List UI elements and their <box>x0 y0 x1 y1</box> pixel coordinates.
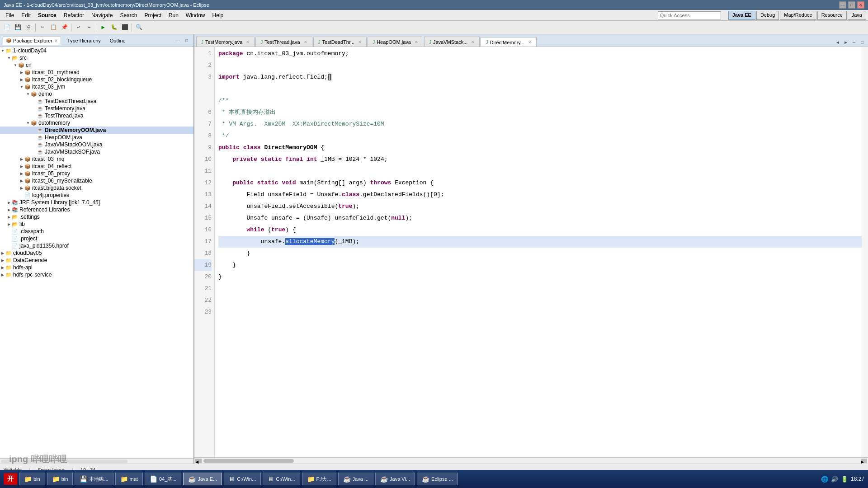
tree-item-itcast02[interactable]: ▶📦itcast_02_blockingqueue <box>0 76 193 83</box>
taskbar-item-fda[interactable]: 📁 F:/大... <box>302 473 336 485</box>
taskbar-item-javavi[interactable]: ☕ Java Vi... <box>375 473 415 485</box>
taskbar-item-eclipse[interactable]: ☕ Eclipse ... <box>417 473 458 485</box>
tree-arrow-cloudday05[interactable]: ▶ <box>0 251 5 255</box>
code-content[interactable]: package cn.itcast_03_jvm.outofmemory; im… <box>215 47 862 457</box>
hscroll-thumb[interactable] <box>203 459 294 463</box>
menu-window[interactable]: Window <box>182 10 209 20</box>
tab-package-explorer[interactable]: 📦 Package Explorer ✕ <box>3 37 61 45</box>
tree-arrow-itcast01[interactable]: ▶ <box>19 70 24 75</box>
tree-item-testthread[interactable]: ☕TestThread.java <box>0 112 193 119</box>
tree-item-testdeadthread[interactable]: ☕TestDeadThread.java <box>0 98 193 105</box>
editor-minimize[interactable]: — <box>850 38 858 47</box>
minimize-button[interactable]: — <box>839 1 846 9</box>
editor-chevron-right[interactable]: ▶ <box>842 38 850 47</box>
tab-close-heapoom[interactable]: ✕ <box>415 40 418 44</box>
menu-file[interactable]: File <box>2 10 18 20</box>
tab-type-hierarchy[interactable]: Type Hierarchy <box>65 37 104 44</box>
tree-item-javavmstacksof[interactable]: ☕JavaVMStackSOF.java <box>0 148 193 155</box>
taskbar-item-java1[interactable]: ☕ Java ... <box>338 473 373 485</box>
tree-item-itcast01[interactable]: ▶📦itcast_01_mythread <box>0 69 193 76</box>
tree-item-reflibs[interactable]: ▶📚Referenced Libraries <box>0 206 193 213</box>
tree-arrow-itcast03mq[interactable]: ▶ <box>19 157 24 161</box>
editor-maximize[interactable]: □ <box>858 38 866 47</box>
taskbar-item-win1[interactable]: 🖥 C:/Win... <box>224 473 261 485</box>
tab-javavmstack[interactable]: J JavaVMStack... ✕ <box>424 37 480 47</box>
tab-heapoom[interactable]: J HeapOOM.java ✕ <box>368 37 423 47</box>
menu-help[interactable]: Help <box>209 10 227 20</box>
tree-item-settings[interactable]: ▶📂.settings <box>0 213 193 221</box>
toolbar-save[interactable]: 💾 <box>13 23 23 33</box>
toolbar-print[interactable]: 🖨 <box>24 23 33 33</box>
perspective-java[interactable]: Java <box>848 11 866 20</box>
toolbar-search[interactable]: 🔍 <box>134 23 144 33</box>
menu-refactor[interactable]: Refactor <box>60 10 88 20</box>
tree-item-itcast06[interactable]: ▶📦itcast_06_mySerializable <box>0 177 193 184</box>
tree-arrow-lib[interactable]: ▶ <box>6 222 12 226</box>
toolbar-redo[interactable]: ↪ <box>84 23 94 33</box>
tree-arrow-settings[interactable]: ▶ <box>6 215 12 219</box>
tab-close-testmemory[interactable]: ✕ <box>246 40 250 44</box>
toolbar-stop[interactable]: ⬛ <box>120 23 130 33</box>
tree-item-testmemory[interactable]: ☕TestMemory.java <box>0 105 193 112</box>
tree-arrow-outofmemory[interactable]: ▼ <box>25 121 31 125</box>
toolbar-paste[interactable]: 📌 <box>59 23 69 33</box>
tab-close-testdeadthr[interactable]: ✕ <box>358 40 362 44</box>
menu-navigate[interactable]: Navigate <box>88 10 116 20</box>
tree-arrow-hdfsrpc[interactable]: ▶ <box>0 273 5 277</box>
editor-chevron-left[interactable]: ◀ <box>834 38 842 47</box>
tree-item-itcast05[interactable]: ▶📦itcast_05_proxy <box>0 170 193 177</box>
tree-arrow-itcast03jvm[interactable]: ▼ <box>19 85 24 89</box>
menu-source[interactable]: Source <box>34 10 60 20</box>
tab-testmemory[interactable]: J TestMemory.java ✕ <box>196 37 255 47</box>
tree-item-hdfs-api[interactable]: ▶📁hdfs-api <box>0 264 193 271</box>
perspective-mapreduce[interactable]: Map/Reduce <box>780 11 816 20</box>
tree-arrow-itcast04[interactable]: ▶ <box>19 164 24 169</box>
tree-item-hdfsrpc[interactable]: ▶📁hdfs-rpc-service <box>0 271 193 278</box>
menu-search[interactable]: Search <box>116 10 141 20</box>
tab-testthread[interactable]: J TestThread.java ✕ <box>255 37 312 47</box>
tree-item-itcast03jvm[interactable]: ▼📦itcast_03_jvm <box>0 83 193 90</box>
tab-close-directmemory[interactable]: ✕ <box>528 40 532 45</box>
tree-item-outofmemory[interactable]: ▼📦outofmemory <box>0 119 193 127</box>
tree-arrow-src[interactable]: ▼ <box>6 56 12 60</box>
close-button[interactable]: ✕ <box>857 1 864 9</box>
tree-item-1-cloudday04[interactable]: ▼📁1-cloudDay04 <box>0 47 193 54</box>
hscroll-left-btn[interactable]: ◀ <box>195 459 202 463</box>
code-editor[interactable]: 1 2 3 4 5 6 7 8 9 10 11 12 13 14 15 16 1… <box>194 47 868 457</box>
panel-maximize[interactable]: □ <box>183 37 191 45</box>
tree-item-itcastbig[interactable]: ▶📦itcast.bigdata.socket <box>0 184 193 192</box>
toolbar-debug[interactable]: 🐛 <box>109 23 119 33</box>
menu-run[interactable]: Run <box>165 10 182 20</box>
tree-arrow-jresystem[interactable]: ▶ <box>6 201 12 205</box>
taskbar-item-bin2[interactable]: 📁 bin <box>47 473 73 485</box>
tree-arrow-hdfs-api[interactable]: ▶ <box>0 266 5 270</box>
tab-close-javavmstack[interactable]: ✕ <box>471 40 475 44</box>
tree-item-javavmstack[interactable]: ☕JavaVMStackOOM.java <box>0 141 193 148</box>
tree-item-classpath[interactable]: 📄.classpath <box>0 228 193 235</box>
toolbar-new[interactable]: 📄 <box>2 23 12 33</box>
toolbar-copy[interactable]: 📋 <box>48 23 58 33</box>
tree-arrow-itcast02[interactable]: ▶ <box>19 78 24 82</box>
tab-testdeadthr[interactable]: J TestDeadThr... ✕ <box>313 37 367 47</box>
tab-outline[interactable]: Outline <box>107 37 128 44</box>
tree-arrow-itcast05[interactable]: ▶ <box>19 172 24 176</box>
toolbar-undo[interactable]: ↩ <box>73 23 83 33</box>
tree-arrow-datagenerate[interactable]: ▶ <box>0 258 5 263</box>
tree-item-project[interactable]: 📄.project <box>0 235 193 242</box>
tree-arrow-itcast06[interactable]: ▶ <box>19 179 24 183</box>
taskbar-item-javaee[interactable]: ☕ Java E... <box>183 473 222 485</box>
maximize-button[interactable]: □ <box>848 1 855 9</box>
tree-arrow-demo[interactable]: ▼ <box>25 92 31 96</box>
perspective-resource[interactable]: Resource <box>817 11 847 20</box>
tree-item-demo[interactable]: ▼📦demo <box>0 90 193 98</box>
hscroll-right-btn[interactable]: ▶ <box>861 459 867 463</box>
taskbar-item-04[interactable]: 📄 04_基... <box>145 473 182 485</box>
menu-project[interactable]: Project <box>141 10 165 20</box>
tree-arrow-cn[interactable]: ▼ <box>13 63 18 67</box>
tree-item-cloudday05[interactable]: ▶📁cloudDay05 <box>0 249 193 257</box>
tree-item-java_pid[interactable]: 📄java_pid11356.hprof <box>0 242 193 249</box>
tree-item-jresystem[interactable]: ▶📚JRE System Library [jdk1.7.0_45] <box>0 199 193 206</box>
start-button[interactable]: 开 <box>4 473 17 485</box>
tree-item-itcast04[interactable]: ▶📦itcast_04_reflect <box>0 163 193 170</box>
tree-arrow-itcastbig[interactable]: ▶ <box>19 186 24 190</box>
